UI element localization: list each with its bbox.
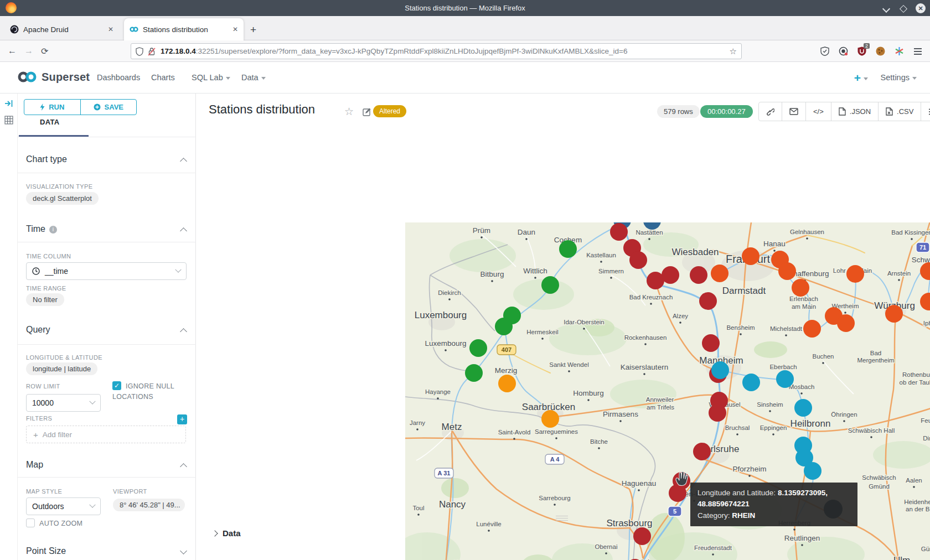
station-dot-crimson[interactable]	[690, 266, 707, 284]
time-column-select[interactable]: __time	[26, 262, 187, 280]
lonlat-value[interactable]: longitude | latitude	[26, 362, 97, 375]
viewport-value[interactable]: 8° 46' 45.28" | 49...	[113, 499, 185, 511]
station-dot-crimson[interactable]	[629, 251, 647, 269]
colorful-extension-icon[interactable]	[895, 46, 904, 56]
add-new-button[interactable]: +	[854, 71, 868, 85]
section-time[interactable]: Timei	[26, 224, 57, 234]
station-dot-crimson[interactable]	[669, 484, 686, 502]
map-city-label: Bitburg	[480, 270, 504, 278]
station-dot-vermilion[interactable]	[846, 265, 864, 283]
new-tab-button[interactable]: +	[250, 24, 256, 36]
save-button[interactable]: SAVE	[80, 100, 137, 115]
station-dot-vermilion[interactable]	[885, 305, 903, 323]
station-dot-crimson[interactable]	[702, 334, 720, 352]
export-json-button[interactable]: .JSON	[831, 102, 879, 121]
station-dot-green[interactable]	[541, 276, 559, 294]
window-minimize-icon[interactable]	[882, 4, 890, 12]
tab-stations-distribution[interactable]: Stations distribution ✕	[124, 18, 244, 40]
embed-code-button[interactable]: </>	[806, 102, 831, 121]
station-dot-cyan[interactable]	[742, 374, 760, 391]
nav-data[interactable]: Data	[241, 73, 266, 82]
map-style-select[interactable]: Outdoors	[26, 497, 101, 515]
station-dot-cyan[interactable]	[711, 361, 729, 379]
chevron-up-icon[interactable]	[180, 328, 187, 335]
auto-zoom-checkbox[interactable]	[26, 518, 35, 527]
station-dot-cyan[interactable]	[776, 370, 794, 388]
deckgl-map[interactable]: PrümDaunCochemKastellaunNastättenBitburg…	[405, 222, 930, 560]
station-dot-crimson[interactable]	[633, 527, 651, 545]
tracking-shield-icon[interactable]	[136, 47, 143, 56]
protections-shield-icon[interactable]	[820, 46, 829, 56]
section-query[interactable]: Query	[26, 325, 50, 335]
nav-sql-lab[interactable]: SQL Lab	[192, 73, 230, 82]
menu-hamburger-icon[interactable]	[913, 48, 922, 55]
station-dot-crimson[interactable]	[699, 292, 717, 310]
collapse-panel-icon[interactable]	[4, 99, 13, 108]
station-dot-crimson[interactable]	[662, 266, 679, 284]
forward-icon[interactable]: →	[24, 46, 33, 56]
svg-text:71: 71	[919, 244, 926, 251]
station-dot-vermilion[interactable]	[711, 265, 728, 282]
export-csv-button[interactable]: .CSV	[879, 102, 921, 121]
superset-logo[interactable]: Superset	[18, 70, 90, 84]
window-close-icon[interactable]: ✕	[916, 3, 926, 13]
tab-close-icon[interactable]: ✕	[225, 25, 238, 33]
bookmark-star-icon[interactable]: ☆	[730, 46, 737, 56]
more-options-button[interactable]	[921, 102, 930, 121]
edit-pencil-icon[interactable]	[363, 107, 371, 116]
section-map[interactable]: Map	[26, 460, 43, 470]
panel-resize-handle[interactable]	[556, 514, 568, 522]
station-dot-orange[interactable]	[541, 410, 559, 428]
window-maximize-icon[interactable]	[899, 4, 907, 12]
back-icon[interactable]: ←	[8, 46, 17, 56]
run-button[interactable]: RUN	[24, 100, 80, 115]
ublock-icon[interactable]: 2	[857, 46, 866, 56]
station-dot-vermilion[interactable]	[778, 262, 796, 280]
station-dot-cyan[interactable]	[794, 399, 812, 417]
dataset-grid-icon[interactable]	[4, 116, 13, 125]
tab-apache-druid[interactable]: Apache Druid ✕	[4, 18, 119, 40]
row-count-badge: 579 rows	[657, 105, 700, 118]
insecure-lock-icon[interactable]	[148, 47, 156, 56]
nav-charts[interactable]: Charts	[151, 73, 175, 82]
container-mask-icon[interactable]	[839, 46, 848, 56]
viz-type-value[interactable]: deck.gl Scatterplot	[26, 192, 99, 205]
station-dot-crimson[interactable]	[610, 223, 628, 241]
tab-data[interactable]: DATA	[40, 118, 59, 126]
station-dot-green[interactable]	[465, 364, 483, 382]
station-dot-vermilion[interactable]	[837, 314, 855, 332]
station-dot-cyan[interactable]	[804, 462, 822, 480]
station-dot-vermilion[interactable]	[803, 320, 821, 338]
station-dot-green[interactable]	[559, 240, 577, 258]
station-dot-green[interactable]	[469, 339, 487, 357]
station-dot-green[interactable]	[495, 318, 513, 335]
favorite-star-icon[interactable]: ☆	[344, 105, 354, 118]
add-filter-plus-button[interactable]: +	[177, 414, 187, 424]
add-filter-box[interactable]: + Add filter	[26, 426, 186, 443]
tab-close-icon[interactable]: ✕	[100, 25, 113, 33]
email-button[interactable]	[782, 102, 806, 121]
station-dot-crimson[interactable]	[709, 404, 726, 422]
plus-circle-icon	[94, 103, 101, 111]
station-dot-vermilion[interactable]	[742, 247, 760, 265]
station-dot-crimson[interactable]	[693, 443, 711, 460]
reload-icon[interactable]: ⟳	[41, 46, 48, 56]
nav-dashboards[interactable]: Dashboards	[97, 73, 140, 82]
map-tooltip: Longitude and Latitude: 8.1359273095, 48…	[690, 483, 857, 526]
chevron-up-icon[interactable]	[180, 158, 187, 165]
copy-link-button[interactable]	[759, 102, 782, 121]
section-point-size[interactable]: Point Size	[26, 546, 66, 556]
section-chart-type[interactable]: Chart type	[26, 154, 67, 164]
row-limit-select[interactable]: 10000	[26, 394, 101, 412]
chevron-up-icon[interactable]	[180, 463, 187, 470]
station-dot-vermilion[interactable]	[792, 279, 809, 297]
ignore-null-checkbox[interactable]: ✓	[112, 381, 121, 390]
url-bar[interactable]: 172.18.0.4:32251/superset/explore/?form_…	[131, 43, 742, 59]
station-dot-orange[interactable]	[498, 375, 516, 392]
time-range-value[interactable]: No filter	[26, 293, 64, 306]
cookie-extension-icon[interactable]	[876, 46, 885, 56]
chevron-up-icon[interactable]	[180, 227, 187, 235]
data-section-toggle[interactable]: Data	[213, 528, 241, 538]
chevron-down-icon[interactable]	[180, 547, 187, 554]
nav-settings[interactable]: Settings	[881, 73, 917, 82]
